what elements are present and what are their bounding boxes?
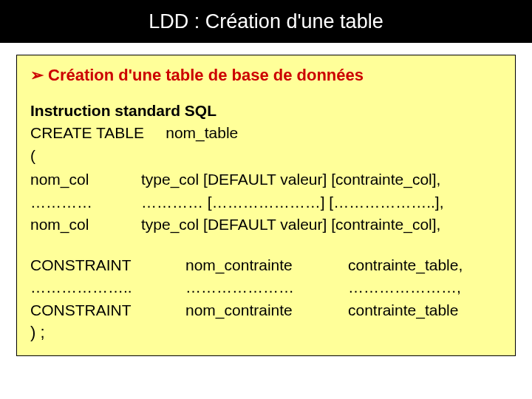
page-title: LDD : Création d'une table	[149, 10, 383, 33]
sql-instruction-label: Instruction standard SQL	[30, 100, 502, 122]
constraint-name: nom_contrainte	[185, 254, 333, 276]
section-heading: ➢Création d'une table de base de données	[30, 66, 502, 85]
sql-closer: ) ;	[30, 323, 502, 342]
sql-create-keyword: CREATE TABLE	[30, 124, 144, 141]
constraint-keyword: ………………..	[30, 276, 171, 299]
col-name: nom_col	[30, 168, 126, 191]
constraint-def: contrainte_table	[348, 299, 502, 321]
heading-text: Création d'une table de base de données	[48, 66, 364, 84]
constraint-def: contrainte_table,	[348, 254, 502, 276]
col-name: …………	[30, 191, 126, 214]
constraint-def: …………………,	[348, 276, 502, 299]
chevron-right-icon: ➢	[30, 66, 44, 85]
sql-paren-open: (	[30, 145, 502, 167]
constraint-keyword: CONSTRAINT	[30, 299, 171, 321]
title-bar: LDD : Création d'une table	[0, 0, 532, 43]
col-def: type_col [DEFAULT valeur] [contrainte_co…	[141, 168, 502, 191]
constraint-grid: CONSTRAINT nom_contrainte contrainte_tab…	[30, 254, 502, 321]
content-card: ➢Création d'une table de base de données…	[16, 55, 516, 356]
col-def: ………… […………………] [………………..],	[141, 191, 502, 214]
content-wrap: ➢Création d'une table de base de données…	[0, 43, 532, 372]
sql-table-name: nom_table	[144, 124, 238, 141]
constraint-keyword: CONSTRAINT	[30, 254, 171, 276]
col-name: nom_col	[30, 214, 126, 236]
constraint-name: nom_contrainte	[185, 299, 333, 321]
sql-create-line: CREATE TABLE nom_table	[30, 122, 502, 144]
column-grid: nom_col type_col [DEFAULT valeur] [contr…	[30, 168, 502, 236]
constraint-name: …………………	[185, 276, 333, 299]
col-def: type_col [DEFAULT valeur] [contrainte_co…	[141, 214, 502, 236]
